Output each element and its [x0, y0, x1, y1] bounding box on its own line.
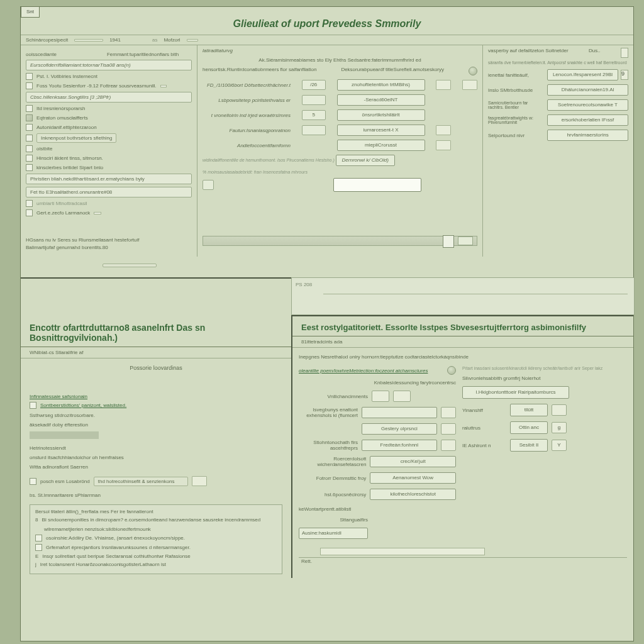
left-hdr-2: Femmant:tuparitliednonfiars bith [107, 52, 179, 57]
chk-b[interactable] [26, 209, 33, 216]
chk-8[interactable] [26, 145, 33, 152]
lr-foot-btn2[interactable]: Ausine:haskumidl [299, 528, 368, 539]
kv-0-b[interactable]: 9 [621, 70, 628, 80]
lr-r4-l: Fotrorr Demmsttic froy [299, 475, 366, 481]
tab-snt[interactable]: Snt [21, 6, 40, 18]
help-icon[interactable] [469, 67, 477, 75]
lr-kv-2-s[interactable]: g [552, 422, 567, 433]
ll-b-4: Insqr sollretiart qust beripue Sectarans… [42, 553, 190, 559]
lr-r1b-v[interactable]: Gestery olprsnci [362, 423, 437, 435]
chk-5[interactable] [26, 114, 33, 121]
fr-1-val[interactable]: -Seracd60eiNT [337, 94, 425, 106]
fr-2-label: t vronelloirin ind irjed woraétrsîmres [203, 113, 291, 118]
lr-r1b-s[interactable] [441, 423, 456, 435]
mini-combo-b[interactable] [94, 212, 101, 214]
fr-2-num[interactable]: 5 [302, 110, 326, 120]
list-item-3[interactable]: Cbsc.hillenksasr.Songtilirs [3 ;28Pfr) [26, 92, 192, 103]
center-longval[interactable]: Dernronwi k/ CibOld) [336, 155, 395, 166]
fr-0-val[interactable]: znohoftietentiton trtMBihs) [337, 79, 425, 91]
pct-box[interactable] [203, 180, 214, 190]
chk-9[interactable] [26, 155, 33, 162]
lr-r1-v[interactable] [362, 407, 437, 418]
lr-r0-l: Vnllichancimnents [299, 394, 368, 399]
lr-r5-v[interactable]: kilothechïoreschistot [370, 489, 456, 500]
slider-handle[interactable] [443, 235, 454, 248]
fr-0-sm2[interactable] [462, 80, 477, 90]
lr-r3-l: Roercerdolsott wicherdansefetascren [299, 456, 366, 467]
fr-3-num[interactable] [302, 125, 326, 135]
lr-r0-a[interactable] [372, 391, 389, 402]
lr-link[interactable]: oleantilte poem/lowhreMetriection:foczeo… [299, 368, 428, 374]
lr-r1-s[interactable] [441, 407, 456, 418]
fr-4-val[interactable]: miepliCrorusst [337, 140, 425, 151]
fr-3-sm1[interactable] [436, 125, 451, 135]
chk-7[interactable] [26, 135, 33, 142]
left-checkA: umbiarti Mtnottradcasil [36, 201, 87, 206]
kv-4-v[interactable]: hrvfanirnaerstorins [547, 130, 628, 141]
lr-r3-v[interactable]: crec/Kei)uit [370, 456, 456, 467]
left-foot-box[interactable] [103, 264, 157, 267]
ll-bchk-2[interactable] [35, 535, 42, 541]
fr-0-num[interactable]: /26 [302, 80, 326, 90]
chk-2[interactable] [26, 82, 33, 89]
chk-1[interactable] [26, 73, 33, 80]
kv-1-v[interactable]: Dhálurcíanornaien19.Al [547, 84, 628, 96]
ll-chip[interactable] [30, 431, 99, 439]
ll-b-0: BI sndoonemponitles in dimcropam? e.cors… [42, 517, 260, 523]
lr-r1-l: Isvegbunys enattont exhenshols ki (fiumc… [299, 407, 358, 418]
white-input[interactable] [333, 178, 421, 192]
ll-combo-btn[interactable] [192, 476, 207, 486]
ll-link-0[interactable]: Infinnatessaie safsnionain [30, 394, 282, 399]
kv-2-v[interactable]: Soetrenourecotsonawike T [547, 99, 628, 111]
lr-kv-1-s[interactable] [552, 404, 567, 416]
lr-foot-btn-l: Sttanguaifirs [299, 517, 368, 523]
ll-bchk-3[interactable] [35, 544, 42, 551]
right-top-btn[interactable] [621, 48, 628, 58]
fr-2-val[interactable]: önsrortikrishiläirlt [337, 109, 425, 121]
lr-bottom-slider[interactable] [299, 552, 627, 558]
lr-help-icon[interactable] [447, 366, 456, 375]
fr-4-sm1[interactable] [436, 140, 451, 150]
lr-r4-v[interactable]: Aenanomest Wow [370, 472, 456, 484]
fr-1-num[interactable] [302, 95, 326, 105]
ll-groupbox: Bersol titateri ätlin()_frerfiata mes Fe… [30, 504, 282, 574]
lr-r2-v[interactable]: Fredteàn:fonhnnl [362, 440, 437, 451]
chk-4[interactable] [26, 105, 33, 112]
center-note2: % moinsausiasaladebridt: fran Insencesfa… [203, 170, 477, 174]
list-item-12[interactable]: Fet tto E3hsalitatherd.onnurantre#08 [26, 187, 192, 197]
chk-6[interactable] [26, 124, 33, 131]
lr-kv-3-v[interactable]: Sesibit II [510, 439, 548, 452]
kv-3-v[interactable]: ersorkhoberlatien IFıssf [547, 114, 628, 126]
ll-chk-0[interactable] [30, 402, 36, 409]
list-item-0[interactable]: Eurscofiderrifbiliamiant:totornarTisa08 … [26, 60, 192, 70]
chk-10[interactable] [26, 164, 33, 171]
topbar-chip-2[interactable] [187, 39, 198, 42]
kv-2-l: Samicrotierbourn far rachltrs. Bentler [488, 101, 545, 109]
ll-b-1: wilremametjierien nenzisok:sildbionedfer… [44, 526, 277, 532]
left-hdr-1: ooisscediante [26, 52, 57, 57]
fr-0-sm1[interactable] [436, 80, 451, 90]
lr-kv-3-s[interactable]: Y [552, 440, 567, 451]
main-window: Snt Glieulieat of uport Prevedess Smmori… [20, 6, 634, 641]
lr-kv-0-v[interactable]: I.Hkigbontontttoeir Rairipaitomburcs [462, 386, 569, 399]
mini-combo-1[interactable] [160, 85, 167, 87]
kv-1-l: Inslo SMtrbotthusde [488, 87, 545, 93]
list-item-7[interactable]: Inknenpost bothrsétors sfiething [36, 133, 116, 143]
ll-combo-label: posch esm Losabrönd [40, 479, 90, 484]
ll-title: Encottr ofarttrduttarno8 asanelnfrt Das … [21, 316, 291, 347]
kv-0-v[interactable]: Lenocon.Ifesparesent 29Bl [547, 69, 618, 80]
lr-r2-s[interactable] [441, 440, 456, 451]
lr-kv-1-v[interactable]: tllütt [510, 404, 548, 416]
lr-kv-2-v[interactable]: Ottin anc [510, 421, 548, 434]
ll-link-1[interactable]: Sontbeerstidtions' panizont, walslisted. [40, 402, 126, 408]
slider-end[interactable] [458, 236, 473, 245]
list-item-11[interactable]: Phristien bliah.nekdlthartibsard.er.emat… [26, 174, 192, 184]
center-slider[interactable] [203, 236, 477, 246]
fr-3-val[interactable]: iumarcesent-t X [337, 125, 425, 136]
lr-r0-b[interactable] [393, 391, 411, 402]
chk-a[interactable] [26, 200, 33, 207]
topbar-chip-1[interactable] [74, 39, 103, 42]
main-title: Glieulieat of uport Prevedess Smmorily [21, 7, 633, 35]
ll-chk-c[interactable] [30, 478, 36, 485]
ll-combo[interactable]: thd hotrecothinsefit & senzienkons [94, 477, 188, 486]
